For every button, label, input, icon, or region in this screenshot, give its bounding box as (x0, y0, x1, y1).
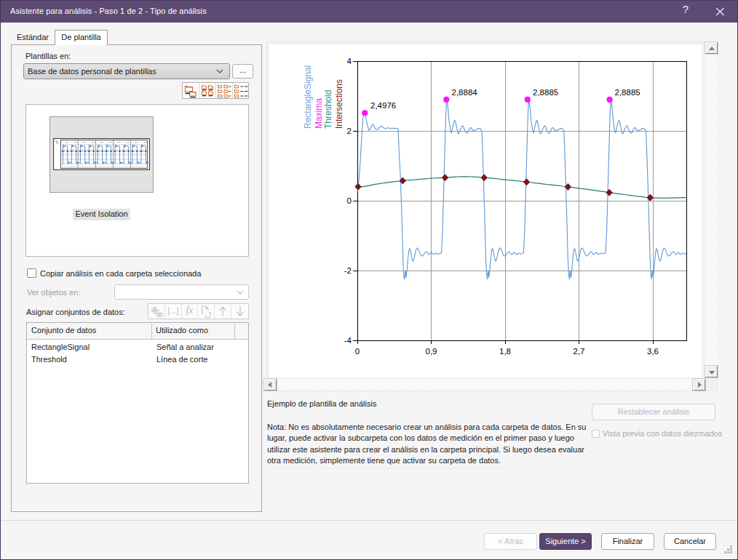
svg-text:4: 4 (347, 57, 352, 65)
svg-text:0,9: 0,9 (426, 347, 437, 356)
svg-text:2,4976: 2,4976 (370, 101, 396, 110)
svg-text:Threshold: Threshold (323, 90, 333, 129)
svg-text:Intersections: Intersections (334, 79, 344, 129)
svg-text:3,6: 3,6 (647, 347, 659, 356)
svg-text:RectangleSignal: RectangleSignal (303, 65, 313, 129)
svg-text:-2: -2 (344, 266, 352, 275)
svg-text:-4: -4 (344, 336, 352, 345)
svg-text:2,8885: 2,8885 (615, 88, 640, 97)
svg-text:0: 0 (355, 347, 360, 356)
svg-text:2,8885: 2,8885 (533, 88, 558, 97)
svg-text:2,7: 2,7 (574, 347, 585, 356)
svg-text:2,8884: 2,8884 (452, 88, 478, 97)
svg-text:0: 0 (347, 196, 352, 205)
svg-text:2: 2 (347, 127, 352, 135)
svg-text:Maxima: Maxima (314, 98, 324, 129)
svg-text:1,8: 1,8 (499, 347, 511, 356)
